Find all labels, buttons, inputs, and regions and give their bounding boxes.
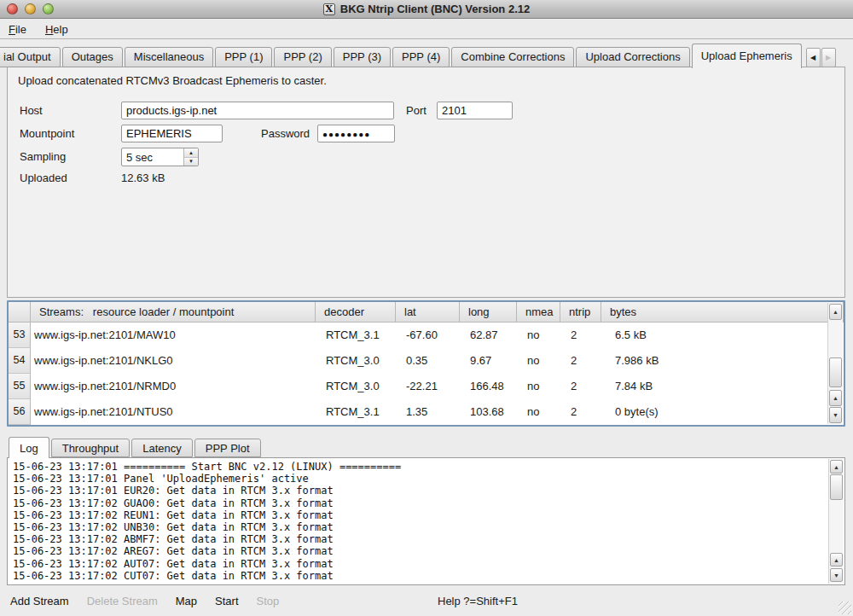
table-scrollbar[interactable]: ▲ ▲ ▼ <box>827 303 843 424</box>
cell-stream: www.igs-ip.net:2101/MAW10 <box>31 323 316 348</box>
column-header[interactable]: nmea <box>517 302 560 323</box>
log-tab-bar: Log Throughput Latency PPP Plot <box>7 436 263 457</box>
cell-decoder: RTCM_3.0 <box>316 374 396 399</box>
cell-long: 62.87 <box>460 323 517 348</box>
sampling-spinbox[interactable]: 5 sec ▲ ▼ <box>121 148 199 166</box>
log-line: 15-06-23 13:17:02 AUT07: Get data in RTC… <box>13 558 826 570</box>
main-tab[interactable]: Combine Corrections <box>451 47 574 67</box>
row-number[interactable]: 53 <box>9 323 31 348</box>
main-tab[interactable]: PPP (2) <box>274 47 331 67</box>
scroll-down-icon[interactable]: ▼ <box>830 568 843 582</box>
scroll-up-icon[interactable]: ▲ <box>830 460 843 474</box>
main-tab[interactable]: Miscellaneous <box>125 47 213 67</box>
uploaded-value: 12.63 kB <box>121 171 165 184</box>
main-tab[interactable]: PPP (3) <box>334 47 391 67</box>
main-tab[interactable]: Upload Corrections <box>576 47 689 67</box>
bottom-button[interactable]: Map <box>176 595 197 607</box>
sampling-label: Sampling <box>20 150 66 163</box>
row-number[interactable]: 55 <box>9 374 31 399</box>
log-tab[interactable]: Throughput <box>51 439 131 457</box>
x11-icon: X <box>323 3 335 15</box>
scroll-thumb[interactable] <box>830 474 843 500</box>
table-row[interactable]: 55 www.igs-ip.net:2101/NRMD0 RTCM_3.0 -2… <box>9 374 844 399</box>
main-tab[interactable]: ial Output <box>0 47 61 67</box>
cell-ntrip: 2 <box>560 348 601 374</box>
spin-down-icon[interactable]: ▼ <box>184 158 198 166</box>
main-tab-bar: ial Output Outages Miscellaneous PPP (1)… <box>0 40 853 67</box>
password-input[interactable] <box>317 125 395 142</box>
menu-item[interactable]: Help <box>45 23 68 36</box>
cell-long: 103.68 <box>460 399 517 425</box>
window-title: BKG Ntrip Client (BNC) Version 2.12 <box>340 3 530 15</box>
scroll-up-icon[interactable]: ▲ <box>829 390 842 406</box>
mountpoint-label: Mountpoint <box>20 127 74 140</box>
window-controls <box>7 3 54 15</box>
host-input[interactable] <box>121 102 394 119</box>
cell-long: 166.48 <box>460 374 517 399</box>
column-header[interactable]: bytes <box>601 302 844 323</box>
bottom-button[interactable]: Add Stream <box>10 595 69 607</box>
log-line: 15-06-23 13:17:01 ========== Start BNC v… <box>13 461 826 473</box>
bottom-button: Stop <box>257 595 280 607</box>
cell-nmea: no <box>517 374 560 399</box>
cell-decoder: RTCM_3.1 <box>316 323 396 348</box>
menu-bar: File Help <box>0 20 853 39</box>
column-header[interactable]: Streams: resource loader / mountpoint <box>31 302 316 323</box>
log-line: 15-06-23 13:17:02 REUN1: Get data in RTC… <box>13 509 826 521</box>
streams-table-header: Streams: resource loader / mountpoint de… <box>9 302 844 323</box>
log-panel: 15-06-23 13:17:01 ========== Start BNC v… <box>7 457 845 585</box>
cell-decoder: RTCM_3.1 <box>316 399 396 425</box>
bottom-bar: Add Stream Delete Stream Map Start Stop … <box>0 587 853 616</box>
menu-item[interactable]: File <box>9 23 26 36</box>
log-line: 15-06-23 13:17:02 ABMF7: Get data in RTC… <box>13 533 826 545</box>
resize-grip-icon[interactable] <box>838 601 851 614</box>
column-header[interactable]: decoder <box>316 302 396 323</box>
table-row[interactable]: 53 www.igs-ip.net:2101/MAW10 RTCM_3.1 -6… <box>9 323 844 348</box>
column-header[interactable]: lat <box>396 302 460 323</box>
row-number[interactable]: 54 <box>9 348 31 374</box>
bottom-button[interactable]: Start <box>215 595 238 607</box>
sampling-value: 5 sec <box>122 148 183 166</box>
log-line: 15-06-23 13:17:02 GUAO0: Get data in RTC… <box>13 497 826 509</box>
scroll-thumb[interactable] <box>829 357 842 387</box>
row-number[interactable]: 56 <box>9 399 31 425</box>
main-tab[interactable]: PPP (4) <box>392 47 450 67</box>
scroll-up-icon[interactable]: ▲ <box>830 553 843 567</box>
log-scrollbar[interactable]: ▲ ▲ ▼ <box>828 459 844 584</box>
cell-stream: www.igs-ip.net:2101/NTUS0 <box>31 399 316 425</box>
main-tab[interactable]: PPP (1) <box>215 47 272 67</box>
cell-nmea: no <box>517 323 560 348</box>
log-line: 15-06-23 13:17:01 Panel 'UploadEphemeris… <box>13 473 826 485</box>
bottom-button: Delete Stream <box>87 595 158 607</box>
scroll-down-icon[interactable]: ▼ <box>829 407 842 423</box>
close-icon[interactable] <box>7 3 18 15</box>
main-tab[interactable]: Outages <box>62 47 123 67</box>
cell-ntrip: 2 <box>560 323 601 348</box>
log-text[interactable]: 15-06-23 13:17:01 ========== Start BNC v… <box>13 461 826 583</box>
cell-stream: www.igs-ip.net:2101/NKLG0 <box>31 348 316 374</box>
password-label: Password <box>261 127 310 140</box>
log-line: 15-06-23 13:17:01 EUR20: Get data in RTC… <box>13 485 826 497</box>
minimize-icon[interactable] <box>25 3 36 15</box>
column-header[interactable]: ntrip <box>560 302 601 323</box>
table-row[interactable]: 54 www.igs-ip.net:2101/NKLG0 RTCM_3.0 0.… <box>9 348 844 374</box>
tab-scroll-left-icon[interactable]: ◀ <box>806 48 821 67</box>
port-label: Port <box>406 104 426 117</box>
scroll-up-icon[interactable]: ▲ <box>829 304 842 320</box>
host-label: Host <box>20 104 43 117</box>
cell-lat: 0.35 <box>396 348 460 374</box>
mountpoint-input[interactable] <box>121 125 223 142</box>
port-input[interactable] <box>437 102 513 119</box>
log-tab[interactable]: Latency <box>131 439 193 457</box>
cell-bytes: 0 byte(s) <box>601 399 844 425</box>
table-row[interactable]: 56 www.igs-ip.net:2101/NTUS0 RTCM_3.1 1.… <box>9 399 844 425</box>
main-tab[interactable]: Upload Ephemeris <box>692 44 802 68</box>
column-header[interactable]: long <box>460 302 517 323</box>
table-corner <box>9 302 31 323</box>
zoom-icon[interactable] <box>43 3 54 15</box>
tab-scrollers: ◀ ▶ <box>805 48 836 67</box>
panel-description: Upload concatenated RTCMv3 Broadcast Eph… <box>18 74 327 87</box>
log-tab[interactable]: Log <box>9 437 49 458</box>
spin-up-icon[interactable]: ▲ <box>184 148 198 158</box>
log-tab[interactable]: PPP Plot <box>194 439 261 457</box>
